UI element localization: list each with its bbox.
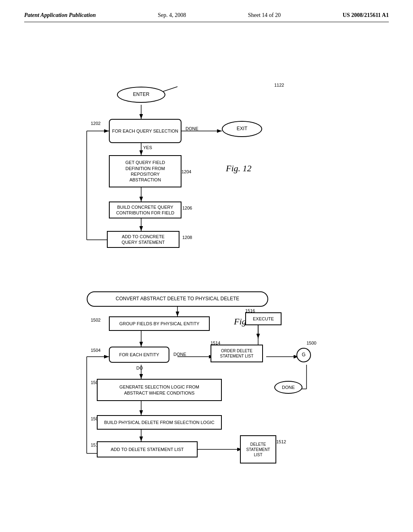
for-each-query-node: FOR EACH QUERY SELECTION (109, 119, 181, 143)
ref-1500: 1500 (307, 341, 316, 345)
build-physical-node: BUILD PHYSICAL DELETE FROM SELECTION LOG… (97, 415, 222, 430)
done-label-1: DONE (186, 126, 198, 131)
publication-label: Patent Application Publication (24, 12, 96, 19)
page-header: Patent Application Publication Sep. 4, 2… (24, 12, 389, 22)
group-fields-node: GROUP FIELDS BY PHYSICAL ENTITY (109, 316, 210, 331)
done-final-node: DONE (274, 381, 302, 394)
for-each-entity-node: FOR EACH ENTITY (109, 347, 169, 363)
yes-label: YES (143, 145, 152, 150)
execute-node: EXECUTE (245, 312, 282, 325)
exit-node: EXIT (222, 121, 262, 137)
done-label-2: DONE (173, 352, 186, 357)
ref-1202: 1202 (91, 121, 100, 126)
get-query-field-node: GET QUERY FIELDDEFINITION FROMREPOSITORY… (109, 155, 181, 187)
ref-1206: 1206 (182, 206, 192, 210)
do-label: DO (136, 366, 143, 370)
sheet-label: Sheet 14 of 20 (248, 12, 281, 19)
ref-1502: 1502 (91, 318, 100, 322)
ref-1512: 1512 (276, 439, 286, 444)
ref-1208: 1208 (182, 235, 192, 240)
fig12-label: Fig. 12 (226, 163, 252, 174)
order-delete-node: ORDER DELETESTATEMENT LIST (211, 345, 263, 362)
add-to-delete-node: ADD TO DELETE STATEMENT LIST (97, 441, 198, 457)
page: Patent Application Publication Sep. 4, 2… (0, 0, 413, 532)
add-to-concrete-node: ADD TO CONCRETEQUERY STATEMENT (107, 231, 179, 248)
ref-1504: 1504 (91, 348, 100, 353)
build-concrete-node: BUILD CONCRETE QUERYCONTRIBUTION FOR FIE… (109, 202, 181, 218)
ref-1122: 1122 (274, 83, 284, 87)
generate-selection-node: GENERATE SELECTION LOGIC FROMABSTRACT WH… (97, 379, 222, 401)
date-label: Sep. 4, 2008 (158, 12, 186, 19)
enter-node: ENTER (117, 87, 165, 103)
delete-statement-list-node: DELETESTATEMENTLIST (240, 435, 276, 463)
convert-abstract-node: CONVERT ABSTRACT DELETE TO PHYSICAL DELE… (87, 291, 268, 307)
g-circle: G (296, 348, 311, 362)
diagram-area: 1122 ENTER 1202 FOR EACH QUERY SELECTION… (24, 34, 389, 518)
arrows-svg (24, 34, 389, 518)
patent-number: US 2008/215611 A1 (343, 12, 389, 19)
ref-1204: 1204 (181, 169, 191, 174)
